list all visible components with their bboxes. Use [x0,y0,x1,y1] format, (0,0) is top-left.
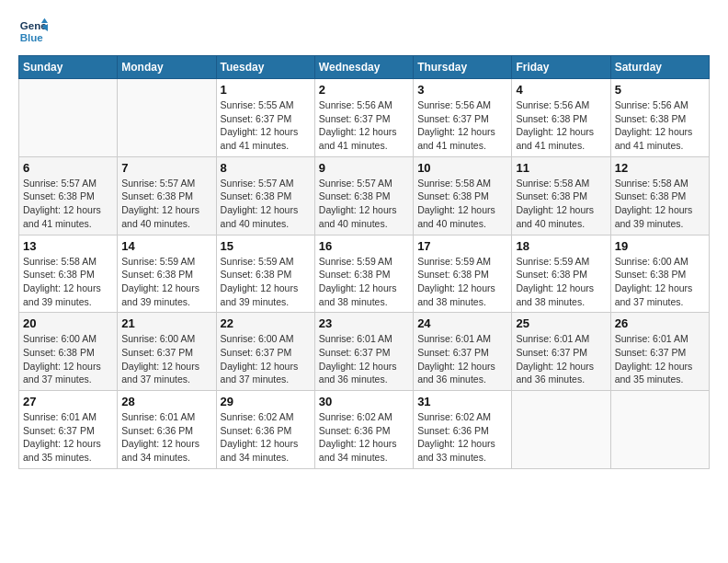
day-cell [118,79,216,157]
logo-icon: General Blue [18,17,48,46]
week-row-2: 6Sunrise: 5:57 AM Sunset: 6:38 PM Daylig… [19,156,710,235]
day-detail: Sunrise: 5:58 AM Sunset: 6:38 PM Dayligh… [516,177,606,231]
day-detail: Sunrise: 5:58 AM Sunset: 6:38 PM Dayligh… [615,177,705,231]
weekday-header-friday: Friday [512,56,610,79]
day-cell: 18Sunrise: 5:59 AM Sunset: 6:38 PM Dayli… [512,235,610,313]
day-cell: 31Sunrise: 6:02 AM Sunset: 6:36 PM Dayli… [414,391,512,469]
day-cell: 5Sunrise: 5:56 AM Sunset: 6:38 PM Daylig… [610,79,709,157]
day-number: 26 [615,316,705,330]
day-cell: 6Sunrise: 5:57 AM Sunset: 6:38 PM Daylig… [19,156,118,235]
weekday-header-tuesday: Tuesday [216,56,314,79]
day-number: 25 [516,316,606,330]
day-cell: 24Sunrise: 6:01 AM Sunset: 6:37 PM Dayli… [414,313,512,391]
day-number: 17 [417,239,507,253]
day-number: 24 [417,316,507,330]
day-detail: Sunrise: 6:02 AM Sunset: 6:36 PM Dayligh… [221,410,311,465]
week-row-1: 1Sunrise: 5:55 AM Sunset: 6:37 PM Daylig… [19,79,710,157]
day-cell: 20Sunrise: 6:00 AM Sunset: 6:38 PM Dayli… [19,313,118,391]
day-cell: 27Sunrise: 6:01 AM Sunset: 6:37 PM Dayli… [19,391,118,469]
day-detail: Sunrise: 5:55 AM Sunset: 6:37 PM Dayligh… [221,98,311,153]
day-cell: 22Sunrise: 6:00 AM Sunset: 6:37 PM Dayli… [216,313,314,391]
day-detail: Sunrise: 5:56 AM Sunset: 6:38 PM Dayligh… [615,98,705,153]
week-row-5: 27Sunrise: 6:01 AM Sunset: 6:37 PM Dayli… [19,391,710,469]
day-cell: 16Sunrise: 5:59 AM Sunset: 6:38 PM Dayli… [314,235,413,313]
day-cell: 21Sunrise: 6:00 AM Sunset: 6:37 PM Dayli… [118,313,216,391]
day-detail: Sunrise: 6:01 AM Sunset: 6:37 PM Dayligh… [417,332,507,386]
day-number: 30 [319,395,409,408]
day-cell: 8Sunrise: 5:57 AM Sunset: 6:38 PM Daylig… [216,156,314,235]
weekday-header-saturday: Saturday [610,56,709,79]
calendar-table: SundayMondayTuesdayWednesdayThursdayFrid… [18,55,710,469]
day-number: 3 [417,83,507,97]
day-number: 15 [221,239,311,253]
weekday-header-thursday: Thursday [414,56,512,79]
day-number: 5 [615,83,705,97]
day-detail: Sunrise: 5:57 AM Sunset: 6:38 PM Dayligh… [23,177,113,231]
week-row-3: 13Sunrise: 5:58 AM Sunset: 6:38 PM Dayli… [19,235,710,313]
day-cell: 10Sunrise: 5:58 AM Sunset: 6:38 PM Dayli… [414,156,512,235]
day-detail: Sunrise: 5:58 AM Sunset: 6:38 PM Dayligh… [417,177,507,231]
day-detail: Sunrise: 6:01 AM Sunset: 6:37 PM Dayligh… [23,410,113,465]
day-detail: Sunrise: 6:00 AM Sunset: 6:38 PM Dayligh… [615,255,705,309]
day-cell: 2Sunrise: 5:56 AM Sunset: 6:37 PM Daylig… [314,79,413,157]
day-number: 9 [319,161,409,175]
day-number: 11 [516,161,606,175]
day-number: 7 [121,161,211,175]
day-cell: 11Sunrise: 5:58 AM Sunset: 6:38 PM Dayli… [512,156,610,235]
day-detail: Sunrise: 6:02 AM Sunset: 6:36 PM Dayligh… [417,410,507,465]
day-number: 13 [23,239,113,253]
day-number: 12 [615,161,705,175]
day-number: 20 [23,316,113,330]
day-cell: 4Sunrise: 5:56 AM Sunset: 6:38 PM Daylig… [512,79,610,157]
day-number: 10 [417,161,507,175]
day-number: 16 [319,239,409,253]
day-detail: Sunrise: 5:59 AM Sunset: 6:38 PM Dayligh… [516,255,606,309]
day-number: 22 [221,316,311,330]
day-cell: 17Sunrise: 5:59 AM Sunset: 6:38 PM Dayli… [414,235,512,313]
weekday-header-wednesday: Wednesday [314,56,413,79]
day-number: 14 [121,239,211,253]
day-cell: 30Sunrise: 6:02 AM Sunset: 6:36 PM Dayli… [314,391,413,469]
day-detail: Sunrise: 5:57 AM Sunset: 6:38 PM Dayligh… [121,177,211,231]
day-number: 4 [516,83,606,97]
day-detail: Sunrise: 5:57 AM Sunset: 6:38 PM Dayligh… [221,177,311,231]
day-number: 8 [221,161,311,175]
day-number: 31 [417,395,507,408]
day-number: 27 [23,395,113,408]
day-detail: Sunrise: 6:02 AM Sunset: 6:36 PM Dayligh… [319,410,409,465]
day-detail: Sunrise: 5:59 AM Sunset: 6:38 PM Dayligh… [221,255,311,309]
day-number: 6 [23,161,113,175]
weekday-header-monday: Monday [118,56,216,79]
day-detail: Sunrise: 6:00 AM Sunset: 6:37 PM Dayligh… [221,332,311,386]
day-number: 29 [221,395,311,408]
day-detail: Sunrise: 5:56 AM Sunset: 6:37 PM Dayligh… [417,98,507,153]
weekday-header-row: SundayMondayTuesdayWednesdayThursdayFrid… [19,56,710,79]
day-cell: 19Sunrise: 6:00 AM Sunset: 6:38 PM Dayli… [610,235,709,313]
logo: General Blue [18,17,51,46]
day-cell: 25Sunrise: 6:01 AM Sunset: 6:37 PM Dayli… [512,313,610,391]
day-cell: 29Sunrise: 6:02 AM Sunset: 6:36 PM Dayli… [216,391,314,469]
day-detail: Sunrise: 5:57 AM Sunset: 6:38 PM Dayligh… [319,177,409,231]
day-detail: Sunrise: 5:59 AM Sunset: 6:38 PM Dayligh… [417,255,507,309]
day-detail: Sunrise: 6:01 AM Sunset: 6:37 PM Dayligh… [615,332,705,386]
svg-text:Blue: Blue [20,32,44,43]
day-number: 28 [121,395,211,408]
day-cell [19,79,118,157]
day-detail: Sunrise: 5:58 AM Sunset: 6:38 PM Dayligh… [23,255,113,309]
day-number: 1 [221,83,311,97]
day-cell: 13Sunrise: 5:58 AM Sunset: 6:38 PM Dayli… [19,235,118,313]
day-number: 19 [615,239,705,253]
day-detail: Sunrise: 5:56 AM Sunset: 6:38 PM Dayligh… [516,98,606,153]
day-detail: Sunrise: 5:59 AM Sunset: 6:38 PM Dayligh… [121,255,211,309]
week-row-4: 20Sunrise: 6:00 AM Sunset: 6:38 PM Dayli… [19,313,710,391]
day-cell: 15Sunrise: 5:59 AM Sunset: 6:38 PM Dayli… [216,235,314,313]
day-detail: Sunrise: 6:01 AM Sunset: 6:37 PM Dayligh… [516,332,606,386]
day-cell: 12Sunrise: 5:58 AM Sunset: 6:38 PM Dayli… [610,156,709,235]
day-number: 18 [516,239,606,253]
day-detail: Sunrise: 5:56 AM Sunset: 6:37 PM Dayligh… [319,98,409,153]
page-header: General Blue [18,17,710,46]
day-cell: 3Sunrise: 5:56 AM Sunset: 6:37 PM Daylig… [414,79,512,157]
day-detail: Sunrise: 6:01 AM Sunset: 6:37 PM Dayligh… [319,332,409,386]
day-number: 21 [121,316,211,330]
day-number: 2 [319,83,409,97]
